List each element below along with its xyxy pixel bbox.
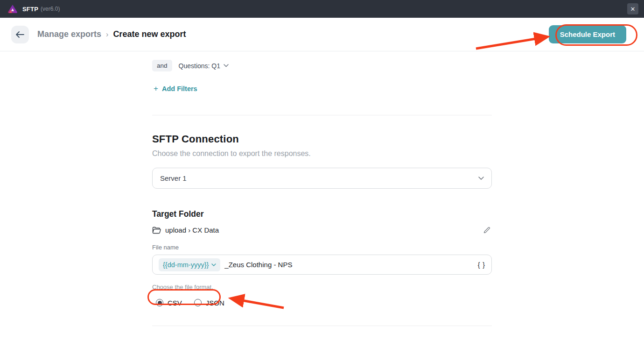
target-folder-path: upload › CX Data bbox=[165, 226, 482, 234]
breadcrumb-parent[interactable]: Manage exports bbox=[37, 29, 101, 39]
back-button[interactable] bbox=[11, 26, 29, 43]
radio-circle-icon bbox=[156, 299, 163, 306]
schedule-export-button[interactable]: Schedule Export bbox=[549, 25, 626, 43]
sftp-connection-title: SFTP Connection bbox=[152, 133, 492, 145]
file-name-value[interactable]: _Zeus Clothing - NPS bbox=[224, 261, 477, 269]
file-format-label: Choose the file format. bbox=[152, 284, 492, 291]
chevron-down-icon bbox=[224, 64, 229, 67]
edit-folder-button[interactable] bbox=[482, 225, 492, 235]
question-filter-label: Questions: Q1 bbox=[179, 62, 221, 70]
breadcrumb-separator: › bbox=[106, 30, 108, 39]
app-title: SFTP bbox=[22, 6, 38, 13]
question-filter-dropdown[interactable]: Questions: Q1 bbox=[179, 62, 229, 70]
titlebar: SFTP (ver6.0) ✕ bbox=[0, 0, 644, 18]
section-divider bbox=[152, 115, 492, 115]
plus-icon: + bbox=[154, 84, 158, 93]
breadcrumb: Manage exports › Create new export bbox=[37, 29, 186, 39]
radio-json[interactable]: JSON bbox=[194, 299, 224, 307]
section-divider bbox=[152, 326, 492, 326]
filter-condition-row: and Questions: Q1 bbox=[152, 60, 492, 71]
back-arrow-icon bbox=[15, 31, 25, 38]
sftp-connection-subtitle: Choose the connection to export the resp… bbox=[152, 149, 492, 158]
app-version: (ver6.0) bbox=[41, 6, 60, 12]
insert-variable-icon[interactable]: { } bbox=[478, 261, 485, 269]
target-folder-row: upload › CX Data bbox=[152, 225, 492, 235]
folder-icon bbox=[152, 227, 161, 234]
date-token-dropdown[interactable]: {{dd-mm-yyyy}} bbox=[159, 258, 220, 271]
chevron-down-icon bbox=[478, 177, 484, 180]
server-select[interactable]: Server 1 bbox=[152, 168, 492, 189]
radio-csv[interactable]: CSV bbox=[156, 299, 182, 307]
file-name-input[interactable]: {{dd-mm-yyyy}} _Zeus Clothing - NPS { } bbox=[152, 255, 492, 275]
add-filters-button[interactable]: + Add Filters bbox=[152, 84, 492, 93]
page-title: Create new export bbox=[113, 29, 186, 39]
pencil-icon bbox=[483, 226, 491, 234]
close-icon[interactable]: ✕ bbox=[627, 3, 638, 14]
server-select-value: Server 1 bbox=[160, 174, 475, 182]
add-filters-label: Add Filters bbox=[162, 85, 197, 92]
radio-csv-label: CSV bbox=[168, 299, 182, 307]
radio-circle-icon bbox=[194, 299, 202, 306]
page-header: Manage exports › Create new export Sched… bbox=[0, 18, 644, 51]
target-folder-title: Target Folder bbox=[152, 209, 492, 219]
radio-json-label: JSON bbox=[206, 299, 224, 307]
file-format-radio-group: CSV JSON bbox=[152, 297, 492, 309]
app-logo-icon bbox=[7, 4, 18, 14]
export-form: and Questions: Q1 + Add Filters SFTP Con… bbox=[152, 51, 492, 326]
file-name-label: File name bbox=[152, 244, 492, 251]
filter-operator-chip[interactable]: and bbox=[152, 60, 172, 71]
date-token-value: {{dd-mm-yyyy}} bbox=[163, 261, 209, 269]
chevron-down-icon bbox=[211, 263, 216, 266]
